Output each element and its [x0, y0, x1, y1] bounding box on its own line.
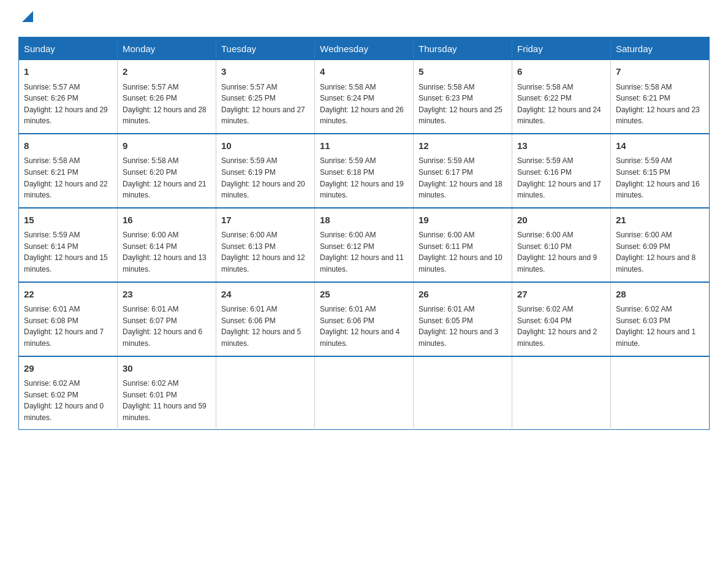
calendar-cell: 21Sunrise: 6:00 AMSunset: 6:09 PMDayligh… [611, 208, 710, 282]
day-number: 22 [24, 288, 112, 302]
calendar-week-row: 15Sunrise: 5:59 AMSunset: 6:14 PMDayligh… [19, 208, 710, 282]
day-info: Sunrise: 5:58 AMSunset: 6:20 PMDaylight:… [123, 155, 211, 201]
calendar-week-row: 1Sunrise: 5:57 AMSunset: 6:26 PMDaylight… [19, 60, 710, 134]
calendar-cell: 23Sunrise: 6:01 AMSunset: 6:07 PMDayligh… [118, 282, 216, 356]
calendar-cell [315, 356, 414, 430]
calendar-cell: 10Sunrise: 5:59 AMSunset: 6:19 PMDayligh… [216, 134, 315, 208]
day-number: 2 [123, 65, 211, 79]
day-number: 15 [24, 213, 112, 228]
day-info: Sunrise: 6:00 AMSunset: 6:11 PMDaylight:… [419, 229, 507, 275]
calendar-cell: 24Sunrise: 6:01 AMSunset: 6:06 PMDayligh… [216, 282, 315, 356]
day-info: Sunrise: 5:57 AMSunset: 6:26 PMDaylight:… [24, 82, 112, 127]
calendar-cell: 11Sunrise: 5:59 AMSunset: 6:18 PMDayligh… [315, 134, 414, 208]
day-info: Sunrise: 6:01 AMSunset: 6:06 PMDaylight:… [221, 304, 309, 349]
calendar-cell [611, 356, 710, 430]
day-number: 20 [517, 213, 605, 228]
header-saturday: Saturday [611, 37, 710, 61]
calendar-week-row: 22Sunrise: 6:01 AMSunset: 6:08 PMDayligh… [19, 282, 710, 356]
calendar-cell: 30Sunrise: 6:02 AMSunset: 6:01 PMDayligh… [118, 356, 216, 430]
day-info: Sunrise: 6:01 AMSunset: 6:06 PMDaylight:… [320, 304, 408, 349]
calendar-cell: 5Sunrise: 5:58 AMSunset: 6:23 PMDaylight… [414, 60, 512, 134]
day-info: Sunrise: 6:00 AMSunset: 6:09 PMDaylight:… [616, 229, 704, 275]
page-header [18, 12, 710, 25]
day-number: 16 [123, 213, 211, 228]
day-info: Sunrise: 5:58 AMSunset: 6:24 PMDaylight:… [320, 82, 408, 127]
logo [18, 12, 33, 25]
day-number: 19 [419, 213, 507, 228]
day-info: Sunrise: 6:01 AMSunset: 6:08 PMDaylight:… [24, 304, 112, 349]
calendar-cell: 6Sunrise: 5:58 AMSunset: 6:22 PMDaylight… [512, 60, 611, 134]
calendar-cell: 29Sunrise: 6:02 AMSunset: 6:02 PMDayligh… [19, 356, 118, 430]
calendar-cell [512, 356, 611, 430]
day-info: Sunrise: 6:00 AMSunset: 6:10 PMDaylight:… [517, 229, 605, 275]
day-number: 10 [221, 139, 309, 153]
day-number: 6 [517, 65, 605, 79]
day-info: Sunrise: 5:58 AMSunset: 6:21 PMDaylight:… [24, 155, 112, 201]
calendar-cell: 20Sunrise: 6:00 AMSunset: 6:10 PMDayligh… [512, 208, 611, 282]
day-info: Sunrise: 6:00 AMSunset: 6:13 PMDaylight:… [221, 229, 309, 275]
day-info: Sunrise: 5:59 AMSunset: 6:19 PMDaylight:… [221, 155, 309, 201]
calendar-cell: 4Sunrise: 5:58 AMSunset: 6:24 PMDaylight… [315, 60, 414, 134]
day-number: 13 [517, 139, 605, 153]
calendar-cell: 14Sunrise: 5:59 AMSunset: 6:15 PMDayligh… [611, 134, 710, 208]
calendar-cell: 3Sunrise: 5:57 AMSunset: 6:25 PMDaylight… [216, 60, 315, 134]
day-number: 25 [320, 288, 408, 302]
day-info: Sunrise: 6:02 AMSunset: 6:03 PMDaylight:… [616, 304, 704, 349]
day-number: 27 [517, 288, 605, 302]
day-number: 5 [419, 65, 507, 79]
calendar-header-row: SundayMondayTuesdayWednesdayThursdayFrid… [19, 37, 710, 61]
day-number: 26 [419, 288, 507, 302]
day-number: 1 [24, 65, 112, 79]
day-info: Sunrise: 6:02 AMSunset: 6:04 PMDaylight:… [517, 304, 605, 349]
calendar-cell: 26Sunrise: 6:01 AMSunset: 6:05 PMDayligh… [414, 282, 512, 356]
day-info: Sunrise: 6:00 AMSunset: 6:14 PMDaylight:… [123, 229, 211, 275]
header-monday: Monday [118, 37, 216, 61]
day-number: 29 [24, 362, 112, 376]
header-friday: Friday [512, 37, 611, 61]
day-info: Sunrise: 5:59 AMSunset: 6:16 PMDaylight:… [517, 155, 605, 201]
calendar-cell: 18Sunrise: 6:00 AMSunset: 6:12 PMDayligh… [315, 208, 414, 282]
header-thursday: Thursday [414, 37, 512, 61]
day-info: Sunrise: 5:57 AMSunset: 6:25 PMDaylight:… [221, 82, 309, 127]
day-number: 4 [320, 65, 408, 79]
day-number: 17 [221, 213, 309, 228]
calendar-week-row: 8Sunrise: 5:58 AMSunset: 6:21 PMDaylight… [19, 134, 710, 208]
calendar-week-row: 29Sunrise: 6:02 AMSunset: 6:02 PMDayligh… [19, 356, 710, 430]
calendar-cell: 7Sunrise: 5:58 AMSunset: 6:21 PMDaylight… [611, 60, 710, 134]
day-number: 24 [221, 288, 309, 302]
day-number: 3 [221, 65, 309, 79]
calendar-cell: 19Sunrise: 6:00 AMSunset: 6:11 PMDayligh… [414, 208, 512, 282]
day-info: Sunrise: 6:01 AMSunset: 6:05 PMDaylight:… [419, 304, 507, 349]
day-number: 18 [320, 213, 408, 228]
day-number: 28 [616, 288, 704, 302]
day-info: Sunrise: 6:00 AMSunset: 6:12 PMDaylight:… [320, 229, 408, 275]
day-info: Sunrise: 5:58 AMSunset: 6:23 PMDaylight:… [419, 82, 507, 127]
calendar-cell: 9Sunrise: 5:58 AMSunset: 6:20 PMDaylight… [118, 134, 216, 208]
day-info: Sunrise: 5:59 AMSunset: 6:15 PMDaylight:… [616, 155, 704, 201]
calendar-cell: 15Sunrise: 5:59 AMSunset: 6:14 PMDayligh… [19, 208, 118, 282]
day-number: 9 [123, 139, 211, 153]
day-info: Sunrise: 5:58 AMSunset: 6:21 PMDaylight:… [616, 82, 704, 127]
calendar-cell: 28Sunrise: 6:02 AMSunset: 6:03 PMDayligh… [611, 282, 710, 356]
calendar-cell: 1Sunrise: 5:57 AMSunset: 6:26 PMDaylight… [19, 60, 118, 134]
calendar-cell: 13Sunrise: 5:59 AMSunset: 6:16 PMDayligh… [512, 134, 611, 208]
day-info: Sunrise: 6:01 AMSunset: 6:07 PMDaylight:… [123, 304, 211, 349]
logo-triangle-icon [20, 11, 33, 25]
day-info: Sunrise: 5:58 AMSunset: 6:22 PMDaylight:… [517, 82, 605, 127]
calendar-cell [216, 356, 315, 430]
calendar-table: SundayMondayTuesdayWednesdayThursdayFrid… [18, 37, 710, 430]
day-number: 12 [419, 139, 507, 153]
day-info: Sunrise: 5:59 AMSunset: 6:17 PMDaylight:… [419, 155, 507, 201]
calendar-cell: 17Sunrise: 6:00 AMSunset: 6:13 PMDayligh… [216, 208, 315, 282]
header-sunday: Sunday [19, 37, 118, 61]
day-info: Sunrise: 6:02 AMSunset: 6:02 PMDaylight:… [24, 378, 112, 423]
day-number: 23 [123, 288, 211, 302]
day-info: Sunrise: 6:02 AMSunset: 6:01 PMDaylight:… [123, 378, 211, 423]
calendar-cell: 8Sunrise: 5:58 AMSunset: 6:21 PMDaylight… [19, 134, 118, 208]
svg-marker-0 [22, 11, 33, 22]
calendar-cell: 16Sunrise: 6:00 AMSunset: 6:14 PMDayligh… [118, 208, 216, 282]
day-info: Sunrise: 5:59 AMSunset: 6:18 PMDaylight:… [320, 155, 408, 201]
calendar-cell: 25Sunrise: 6:01 AMSunset: 6:06 PMDayligh… [315, 282, 414, 356]
day-info: Sunrise: 5:59 AMSunset: 6:14 PMDaylight:… [24, 229, 112, 275]
header-tuesday: Tuesday [216, 37, 315, 61]
